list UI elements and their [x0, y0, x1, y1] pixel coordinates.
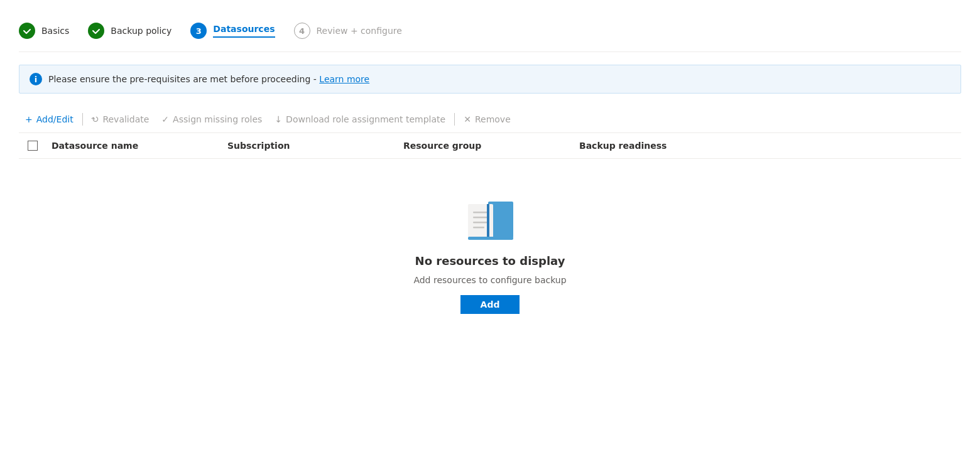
step-backup-policy-circle	[88, 23, 104, 39]
add-edit-button[interactable]: + Add/Edit	[19, 111, 80, 127]
svg-rect-2	[473, 212, 488, 213]
wizard-steps: Basics Backup policy 3 Datasources 4 Rev…	[19, 13, 961, 52]
revalidate-icon: ↻	[89, 113, 101, 126]
empty-add-button[interactable]: Add	[460, 295, 520, 314]
download-icon: ↓	[275, 114, 282, 124]
step-review-configure[interactable]: 4 Review + configure	[294, 23, 402, 39]
table-header-checkbox	[19, 138, 46, 153]
toolbar-separator-1	[82, 113, 83, 126]
step-review-configure-circle: 4	[294, 23, 310, 39]
assign-roles-button[interactable]: ✓ Assign missing roles	[155, 111, 268, 127]
step-basics[interactable]: Basics	[19, 23, 69, 39]
step-datasources-label: Datasources	[213, 24, 275, 38]
step-datasources-circle: 3	[190, 23, 207, 39]
step-backup-policy-label: Backup policy	[111, 26, 172, 36]
checkmark-icon-2	[92, 26, 101, 35]
close-icon: ✕	[464, 114, 471, 124]
page-container: Basics Backup policy 3 Datasources 4 Rev…	[0, 0, 980, 469]
toolbar-separator-2	[454, 113, 455, 126]
empty-book-icon	[462, 197, 518, 247]
step-basics-circle	[19, 23, 35, 39]
svg-rect-4	[473, 222, 488, 224]
checkmark-icon	[23, 26, 31, 35]
toolbar: + Add/Edit ↻ Revalidate ✓ Assign missing…	[19, 106, 961, 133]
remove-button[interactable]: ✕ Remove	[457, 111, 517, 127]
info-banner: i Please ensure the pre-requisites are m…	[19, 65, 961, 94]
table-container: Datasource name Subscription Resource gr…	[19, 133, 961, 339]
learn-more-link[interactable]: Learn more	[319, 74, 369, 84]
svg-rect-3	[473, 217, 488, 218]
empty-state: No resources to display Add resources to…	[19, 159, 961, 339]
svg-rect-6	[487, 204, 489, 238]
revalidate-button[interactable]: ↻ Revalidate	[85, 111, 156, 127]
table-header-backup-readiness: Backup readiness	[574, 138, 750, 153]
info-icon: i	[30, 73, 42, 85]
table-header-subscription: Subscription	[222, 138, 398, 153]
checkmark-small-icon: ✓	[161, 114, 169, 124]
svg-rect-5	[473, 227, 484, 229]
table-header-datasource-name: Datasource name	[46, 138, 222, 153]
step-backup-policy[interactable]: Backup policy	[88, 23, 172, 39]
select-all-checkbox[interactable]	[28, 141, 38, 151]
plus-icon: +	[25, 114, 33, 124]
step-review-configure-label: Review + configure	[317, 26, 402, 36]
download-button[interactable]: ↓ Download role assignment template	[268, 111, 452, 127]
empty-title: No resources to display	[415, 254, 565, 267]
table-header-resource-group: Resource group	[398, 138, 574, 153]
step-basics-label: Basics	[41, 26, 69, 36]
banner-text: Please ensure the pre-requisites are met…	[48, 74, 369, 84]
table-header: Datasource name Subscription Resource gr…	[19, 133, 961, 159]
step-datasources[interactable]: 3 Datasources	[190, 23, 275, 39]
svg-rect-7	[468, 237, 513, 240]
empty-subtitle: Add resources to configure backup	[413, 275, 566, 285]
